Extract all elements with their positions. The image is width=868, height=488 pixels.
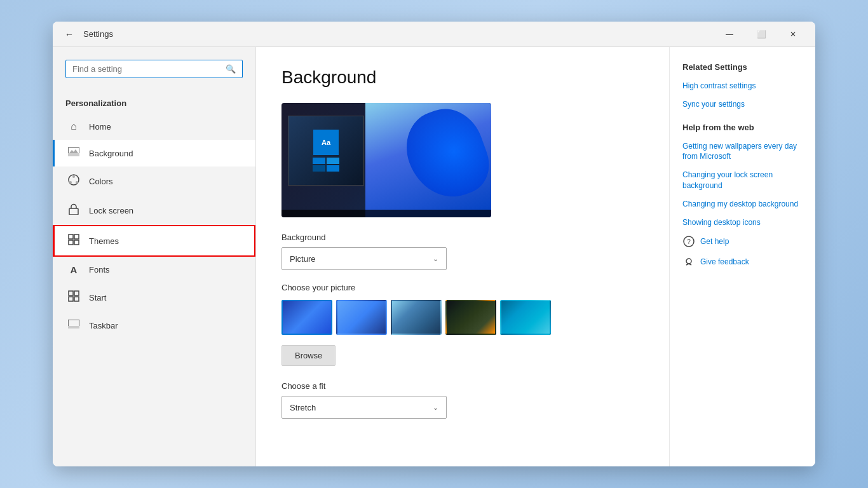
sidebar-header: 🔍 [53,47,255,96]
main-content: Background Aa [256,47,669,466]
svg-point-3 [72,175,75,178]
right-panel: Related Settings High contrast settings … [669,47,815,466]
background-dropdown-arrow: ⌄ [433,255,438,263]
fit-dropdown-arrow: ⌄ [433,403,438,412]
fonts-icon: A [67,264,80,275]
picture-thumb-4[interactable] [445,300,496,335]
changing-desktop-link[interactable]: Changing my desktop background [682,199,803,210]
svg-rect-13 [69,297,73,301]
page-title: Background [281,67,644,88]
get-help-icon: ? [682,235,695,248]
sidebar-item-background-label: Background [89,149,133,158]
lock-screen-icon [67,203,80,217]
give-feedback-icon [682,255,695,268]
preview-screen: Aa [288,116,364,186]
background-section-label: Background [281,233,644,242]
related-settings-title: Related Settings [682,62,803,72]
svg-rect-10 [74,240,79,245]
settings-window: ← Settings — ⬜ ✕ 🔍 Personalization ⌂ Hom… [53,22,815,466]
background-dropdown-value: Picture [290,254,315,264]
picture-grid [281,300,644,335]
browse-button[interactable]: Browse [281,345,336,366]
fit-dropdown-value: Stretch [290,403,316,412]
sidebar-item-background[interactable]: Background [53,140,255,166]
high-contrast-link[interactable]: High contrast settings [682,81,803,92]
changing-lock-screen-link[interactable]: Changing your lock screen background [682,170,803,191]
picture-thumb-1[interactable] [281,300,332,335]
sidebar-item-taskbar-label: Taskbar [89,321,118,330]
sidebar-item-home-label: Home [89,122,111,132]
give-feedback-label: Give feedback [700,257,749,266]
back-button[interactable]: ← [60,25,78,43]
svg-rect-11 [69,291,73,295]
maximize-button[interactable]: ⬜ [747,24,776,44]
fit-dropdown[interactable]: Stretch ⌄ [281,396,447,419]
sidebar-item-start-label: Start [89,293,106,302]
sidebar-item-colors[interactable]: Colors [53,166,255,196]
svg-rect-14 [74,297,79,301]
getting-wallpapers-link[interactable]: Getting new wallpapers every day from Mi… [682,141,803,163]
svg-rect-16 [68,326,79,329]
showing-icons-link[interactable]: Showing desktop icons [682,217,803,228]
choose-picture-label: Choose your picture [281,283,644,292]
svg-rect-6 [69,208,78,215]
background-icon [67,147,80,159]
give-feedback-action[interactable]: Give feedback [682,255,803,268]
colors-icon [67,174,80,188]
svg-point-19 [686,259,691,264]
get-help-label: Get help [700,237,729,246]
preview-wallpaper [365,103,491,217]
svg-rect-12 [74,291,79,295]
sidebar-item-themes-label: Themes [89,236,119,246]
get-help-action[interactable]: ? Get help [682,235,803,248]
svg-rect-1 [68,153,79,156]
background-dropdown[interactable]: Picture ⌄ [281,247,447,270]
picture-thumb-2[interactable] [336,300,387,335]
content-area: 🔍 Personalization ⌂ Home Background [53,47,815,466]
sidebar-item-taskbar[interactable]: Taskbar [53,312,255,339]
sidebar-item-lock-screen[interactable]: Lock screen [53,196,255,225]
sync-settings-link[interactable]: Sync your settings [682,99,803,110]
titlebar: ← Settings — ⬜ ✕ [53,22,815,47]
search-box[interactable]: 🔍 [65,60,243,78]
background-preview: Aa [281,103,491,217]
sidebar-item-home[interactable]: ⌂ Home [53,113,255,140]
sidebar-item-start[interactable]: Start [53,283,255,312]
sidebar: 🔍 Personalization ⌂ Home Background [53,47,256,466]
svg-point-4 [76,181,78,184]
window-controls: — ⬜ ✕ [715,24,808,44]
sidebar-item-colors-label: Colors [89,177,113,186]
help-from-web-title: Help from the web [682,123,803,132]
picture-thumb-3[interactable] [391,300,442,335]
sidebar-item-fonts-label: Fonts [89,265,110,274]
window-title: Settings [83,29,715,39]
search-icon: 🔍 [226,64,236,74]
minimize-button[interactable]: — [715,24,744,44]
themes-icon [67,234,80,248]
preview-tiles [313,158,339,172]
personalization-label: Personalization [53,96,255,113]
svg-rect-8 [74,234,79,239]
sidebar-item-fonts[interactable]: A Fonts [53,257,255,283]
wallpaper-swirl [396,103,491,208]
search-input[interactable] [72,64,226,74]
preview-taskbar [281,210,491,217]
svg-rect-7 [69,234,73,239]
svg-text:?: ? [687,238,691,245]
svg-rect-9 [69,240,73,245]
svg-point-5 [69,181,72,184]
picture-thumb-5[interactable] [500,300,551,335]
close-button[interactable]: ✕ [778,24,808,44]
sidebar-item-themes[interactable]: Themes [53,225,255,257]
home-icon: ⌂ [67,121,80,132]
taskbar-icon [67,320,80,331]
start-icon [67,290,80,304]
choose-fit-label: Choose a fit [281,381,644,391]
sidebar-item-lock-screen-label: Lock screen [89,206,133,215]
preview-aa-tile: Aa [313,130,339,155]
